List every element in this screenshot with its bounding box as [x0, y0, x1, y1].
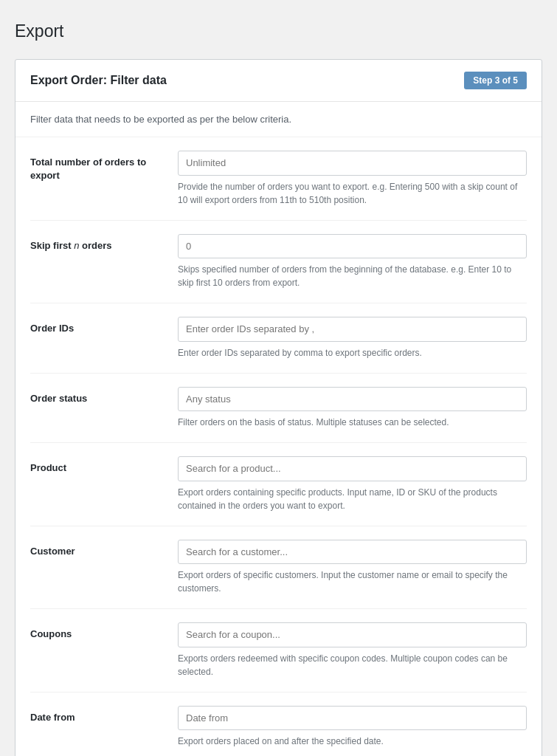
input-order-ids[interactable] — [178, 317, 527, 342]
card-description: Filter data that needs to be exported as… — [15, 102, 542, 137]
input-order-status[interactable] — [178, 387, 527, 412]
card-header: Export Order: Filter data Step 3 of 5 — [15, 60, 542, 102]
field-date-from: Export orders placed on and after the sp… — [178, 706, 527, 749]
input-product[interactable] — [178, 456, 527, 481]
hint-coupons: Exports orders redeemed with specific co… — [178, 652, 527, 678]
step-badge: Step 3 of 5 — [464, 72, 527, 89]
label-coupons: Coupons — [30, 622, 178, 641]
page-title: Export — [15, 15, 542, 44]
form-row-total-orders: Total number of orders to export Provide… — [30, 137, 527, 221]
field-order-status: Filter orders on the basis of status. Mu… — [178, 387, 527, 430]
label-order-ids: Order IDs — [30, 317, 178, 335]
hint-date-from: Export orders placed on and after the sp… — [178, 735, 527, 748]
field-skip-orders: Skips specified number of orders from th… — [178, 234, 527, 290]
hint-skip-orders: Skips specified number of orders from th… — [178, 263, 527, 289]
input-customer[interactable] — [178, 540, 527, 565]
hint-customer: Export orders of specific customers. Inp… — [178, 568, 527, 595]
field-order-ids: Enter order IDs separated by comma to ex… — [178, 317, 527, 360]
form-row-order-status: Order status Filter orders on the basis … — [30, 374, 527, 444]
hint-order-status: Filter orders on the basis of status. Mu… — [178, 416, 527, 429]
label-customer: Customer — [30, 540, 178, 558]
form-row-date-from: Date from Export orders placed on and af… — [30, 693, 527, 757]
card-header-title: Export Order: Filter data — [30, 74, 167, 87]
hint-total-orders: Provide the number of orders you want to… — [178, 180, 527, 207]
form-row-coupons: Coupons Exports orders redeemed with spe… — [30, 609, 527, 693]
input-total-orders[interactable] — [178, 151, 527, 176]
input-coupons[interactable] — [178, 622, 527, 647]
form-row-product: Product Export orders containing specifi… — [30, 443, 527, 526]
form-row-order-ids: Order IDs Enter order IDs separated by c… — [30, 303, 527, 374]
export-card: Export Order: Filter data Step 3 of 5 Fi… — [15, 59, 542, 756]
form-body: Total number of orders to export Provide… — [15, 137, 542, 756]
field-product: Export orders containing specific produc… — [178, 456, 527, 512]
hint-order-ids: Enter order IDs separated by comma to ex… — [178, 346, 527, 360]
field-coupons: Exports orders redeemed with specific co… — [178, 622, 527, 678]
field-total-orders: Provide the number of orders you want to… — [178, 151, 527, 207]
label-skip-orders: Skip first n orders — [30, 234, 178, 252]
field-customer: Export orders of specific customers. Inp… — [178, 540, 527, 596]
input-skip-orders[interactable] — [178, 234, 527, 259]
label-total-orders: Total number of orders to export — [30, 151, 178, 182]
label-product: Product — [30, 456, 178, 475]
label-order-status: Order status — [30, 387, 178, 405]
hint-product: Export orders containing specific produc… — [178, 486, 527, 512]
input-date-from[interactable] — [178, 706, 527, 731]
form-row-customer: Customer Export orders of specific custo… — [30, 526, 527, 610]
form-row-skip-orders: Skip first n orders Skips specified numb… — [30, 221, 527, 304]
label-date-from: Date from — [30, 706, 178, 724]
